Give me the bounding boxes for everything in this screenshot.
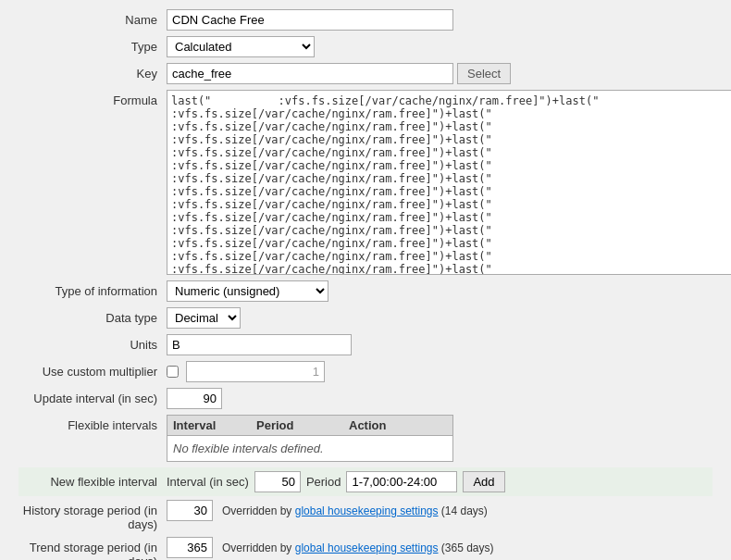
history-input[interactable] — [167, 500, 213, 521]
type-select[interactable]: Calculated Numeric (unsigned) Numeric (f… — [167, 36, 315, 57]
new-flex-row: New flexible interval Interval (in sec) … — [19, 467, 712, 496]
trend-overridden: Overridden by global housekeeping settin… — [222, 541, 494, 554]
multiplier-input[interactable] — [186, 361, 325, 382]
units-input[interactable] — [167, 334, 352, 355]
data-type-select[interactable]: Decimal Octal Hexadecimal Boolean — [167, 307, 241, 329]
key-input[interactable] — [167, 63, 453, 84]
history-overridden: Overridden by global housekeeping settin… — [222, 504, 488, 517]
update-input[interactable] — [167, 388, 222, 409]
type-info-select[interactable]: Numeric (unsigned) Numeric (float) Chara… — [167, 280, 328, 302]
trend-link[interactable]: global housekeeping settings — [295, 541, 439, 554]
type-info-label: Type of information — [19, 280, 167, 298]
multiplier-label: Use custom multiplier — [19, 361, 167, 379]
intervals-header: Interval Period Action — [167, 416, 452, 436]
select-button[interactable]: Select — [457, 63, 511, 84]
intervals-table: Interval Period Action No flexible inter… — [167, 415, 453, 462]
col-period-header: Period — [256, 418, 349, 432]
new-flex-label: New flexible interval — [19, 475, 167, 489]
interval-sec-input[interactable] — [254, 471, 301, 492]
update-label: Update interval (in sec) — [19, 388, 167, 405]
col-interval-header: Interval — [173, 418, 256, 432]
name-input[interactable] — [167, 9, 453, 31]
intervals-empty: No flexible intervals defined. — [167, 436, 452, 461]
trend-input[interactable] — [167, 537, 213, 558]
multiplier-checkbox[interactable] — [167, 366, 179, 378]
interval-sec-label: Interval (in sec) — [167, 475, 249, 489]
flexible-label: Flexible intervals — [19, 415, 167, 432]
key-label: Key — [19, 63, 167, 81]
col-action-header: Action — [349, 418, 423, 432]
data-type-label: Data type — [19, 307, 167, 325]
units-label: Units — [19, 334, 167, 352]
formula-label: Formula — [19, 90, 167, 107]
history-label: History storage period (in days) — [19, 500, 167, 531]
type-label: Type — [19, 36, 167, 54]
period-label: Period — [306, 475, 341, 489]
trend-label: Trend storage period (in days) — [19, 537, 167, 560]
add-button[interactable]: Add — [463, 471, 504, 492]
history-link[interactable]: global housekeeping settings — [295, 504, 439, 517]
name-label: Name — [19, 9, 167, 27]
period-input[interactable] — [346, 471, 457, 492]
formula-textarea[interactable]: last(" :vfs.fs.size[/var/cache/nginx/ram… — [167, 90, 731, 275]
